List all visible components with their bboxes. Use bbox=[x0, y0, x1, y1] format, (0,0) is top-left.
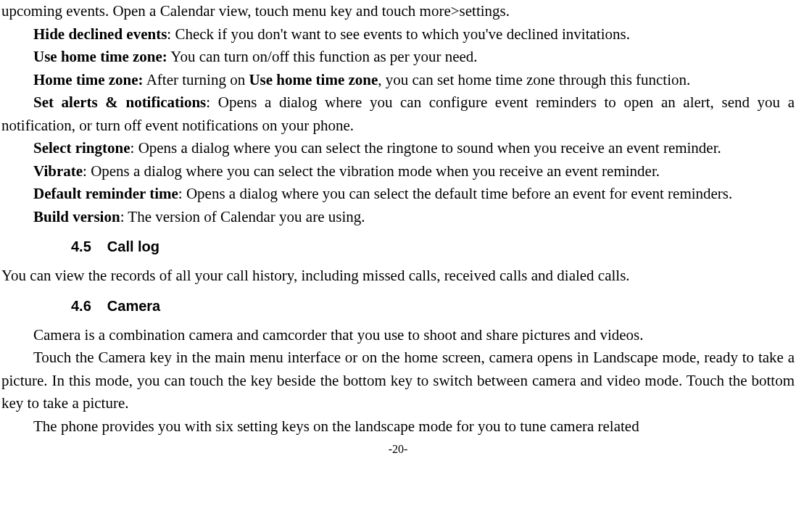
paragraph-camera-1: Camera is a combination camera and camco… bbox=[1, 324, 795, 347]
paragraph-vibrate: Vibrate: Opens a dialog where you can se… bbox=[1, 160, 795, 183]
label-vibrate: Vibrate bbox=[33, 162, 83, 180]
paragraph-intro: upcoming events. Open a Calendar view, t… bbox=[1, 0, 795, 23]
text-ringtone: : Opens a dialog where you can select th… bbox=[130, 139, 721, 157]
paragraph-camera-2: Touch the Camera key in the main menu in… bbox=[1, 346, 795, 415]
text-home-tz-2: , you can set home time zone through thi… bbox=[378, 71, 690, 88]
label-ringtone: Select ringtone bbox=[33, 139, 130, 157]
inline-bold-use-home-tz: Use home time zone bbox=[249, 71, 378, 88]
text-build-version: : The version of Calendar you are using. bbox=[120, 208, 365, 225]
label-default-reminder: Default reminder time bbox=[33, 185, 178, 202]
paragraph-home-tz: Home time zone: After turning on Use hom… bbox=[1, 69, 795, 92]
text-hide-declined: : Check if you don't want to see events … bbox=[167, 25, 630, 43]
heading-title-camera: Camera bbox=[107, 298, 160, 314]
label-hide-declined: Hide declined events bbox=[33, 25, 167, 43]
heading-title-call-log: Call log bbox=[107, 238, 159, 254]
label-home-tz: Home time zone: bbox=[33, 71, 144, 88]
paragraph-ringtone: Select ringtone: Opens a dialog where yo… bbox=[1, 137, 795, 160]
document-page: upcoming events. Open a Calendar view, t… bbox=[0, 0, 796, 458]
paragraph-default-reminder: Default reminder time: Opens a dialog wh… bbox=[1, 183, 795, 206]
heading-4-5: 4.5Call log bbox=[71, 236, 795, 257]
paragraph-build-version: Build version: The version of Calendar y… bbox=[1, 206, 795, 229]
paragraph-use-home-tz: Use home time zone: You can turn on/off … bbox=[1, 46, 795, 69]
paragraph-hide-declined: Hide declined events: Check if you don't… bbox=[1, 23, 795, 46]
text-vibrate: : Opens a dialog where you can select th… bbox=[83, 162, 660, 180]
label-use-home-tz: Use home time zone: bbox=[33, 48, 167, 65]
heading-4-6: 4.6Camera bbox=[71, 295, 795, 317]
label-alerts: Set alerts & notifications bbox=[33, 93, 206, 111]
text-default-reminder: : Opens a dialog where you can select th… bbox=[178, 185, 732, 202]
page-number: -20- bbox=[1, 441, 795, 458]
text-home-tz-1: After turning on bbox=[144, 71, 249, 88]
paragraph-call-log: You can view the records of all your cal… bbox=[1, 265, 795, 288]
label-build-version: Build version bbox=[33, 208, 120, 225]
paragraph-camera-3: The phone provides you with six setting … bbox=[1, 415, 795, 439]
text-use-home-tz: You can turn on/off this function as per… bbox=[167, 48, 478, 65]
heading-number-4-5: 4.5 bbox=[71, 236, 91, 257]
paragraph-alerts: Set alerts & notifications: Opens a dial… bbox=[1, 91, 795, 137]
heading-number-4-6: 4.6 bbox=[71, 295, 91, 317]
